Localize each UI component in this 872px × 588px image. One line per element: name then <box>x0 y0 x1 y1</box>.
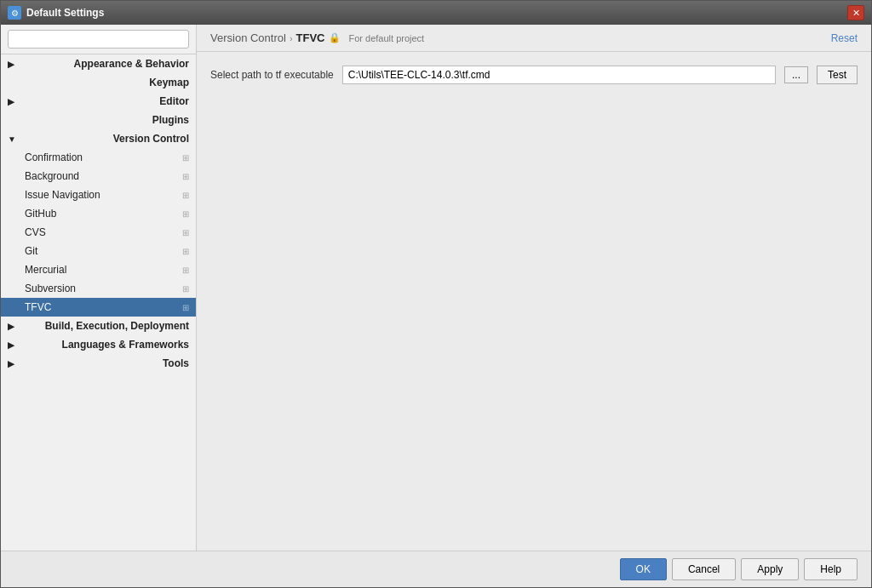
copy-icon: ⊞ <box>182 153 189 163</box>
lock-icon: 🔒 <box>329 32 341 43</box>
sidebar-item-label: Languages & Frameworks <box>62 339 189 351</box>
apply-button[interactable]: Apply <box>741 558 799 580</box>
arrow-icon: ▶ <box>8 340 14 350</box>
path-label: Select path to tf executable <box>210 69 334 81</box>
sidebar-item-plugins[interactable]: ▶Plugins <box>1 111 196 129</box>
window-icon: ⚙ <box>8 6 21 20</box>
breadcrumb: Version Control › TFVC 🔒 For default pro… <box>210 31 424 44</box>
title-bar: ⚙ Default Settings ✕ <box>1 1 871 25</box>
help-button[interactable]: Help <box>804 558 858 580</box>
sidebar-item-subversion[interactable]: Subversion⊞ <box>1 279 196 298</box>
for-default-text: For default project <box>349 33 425 43</box>
settings-window: ⚙ Default Settings ✕ ▶Appearance & Behav… <box>0 0 872 588</box>
sidebar-item-issue-navigation[interactable]: Issue Navigation⊞ <box>1 186 196 204</box>
breadcrumb-separator: › <box>290 33 293 43</box>
nav-list: ▶Appearance & Behavior▶Keymap▶Editor▶Plu… <box>1 54 196 373</box>
sidebar-item-label: Editor <box>159 95 189 107</box>
sidebar-item-label: Mercurial <box>25 264 66 276</box>
copy-icon: ⊞ <box>182 228 189 237</box>
ok-button[interactable]: OK <box>620 558 667 580</box>
sidebar-item-label: Tools <box>163 357 189 369</box>
copy-icon: ⊞ <box>182 265 189 275</box>
path-form-row: Select path to tf executable ... Test <box>210 66 858 84</box>
cancel-button[interactable]: Cancel <box>672 558 736 580</box>
sidebar-item-label: Issue Navigation <box>25 189 100 201</box>
arrow-icon: ▶ <box>8 97 14 106</box>
copy-icon: ⊞ <box>182 209 189 219</box>
main-header: Version Control › TFVC 🔒 For default pro… <box>197 25 871 52</box>
copy-icon: ⊞ <box>182 172 189 181</box>
sidebar-item-label: Subversion <box>25 283 76 294</box>
arrow-icon: ▶ <box>8 60 14 69</box>
content-area: ▶Appearance & Behavior▶Keymap▶Editor▶Plu… <box>1 25 871 551</box>
search-box <box>1 25 196 54</box>
arrow-icon: ▶ <box>8 322 14 331</box>
reset-button[interactable]: Reset <box>831 32 858 44</box>
browse-button[interactable]: ... <box>784 66 808 83</box>
copy-icon: ⊞ <box>182 247 189 256</box>
sidebar-item-label: Confirmation <box>25 151 83 163</box>
sidebar-item-tools[interactable]: ▶Tools <box>1 354 196 373</box>
title-bar-left: ⚙ Default Settings <box>8 6 104 20</box>
arrow-icon: ▼ <box>8 134 16 144</box>
path-input[interactable] <box>342 66 776 84</box>
arrow-icon: ▶ <box>8 359 14 368</box>
copy-icon: ⊞ <box>182 303 189 312</box>
sidebar-item-cvs[interactable]: CVS⊞ <box>1 223 196 242</box>
sidebar-item-appearance-behavior[interactable]: ▶Appearance & Behavior <box>1 54 196 73</box>
sidebar: ▶Appearance & Behavior▶Keymap▶Editor▶Plu… <box>1 25 197 551</box>
sidebar-item-label: Build, Execution, Deployment <box>45 320 189 332</box>
sidebar-item-label: Appearance & Behavior <box>74 58 189 70</box>
search-input[interactable] <box>8 30 189 49</box>
sidebar-item-label: GitHub <box>25 208 56 220</box>
copy-icon: ⊞ <box>182 284 189 294</box>
sidebar-item-git[interactable]: Git⊞ <box>1 242 196 260</box>
sidebar-item-tfvc[interactable]: TFVC⊞ <box>1 298 196 317</box>
sidebar-item-keymap[interactable]: ▶Keymap <box>1 73 196 92</box>
sidebar-item-label: CVS <box>25 226 46 238</box>
sidebar-item-version-control[interactable]: ▼Version Control <box>1 129 196 148</box>
sidebar-item-label: Background <box>25 170 79 182</box>
main-panel: Version Control › TFVC 🔒 For default pro… <box>197 25 871 551</box>
test-button[interactable]: Test <box>817 66 858 84</box>
sidebar-item-confirmation[interactable]: Confirmation⊞ <box>1 148 196 167</box>
window-title: Default Settings <box>26 7 104 19</box>
sidebar-item-label: TFVC <box>25 301 51 313</box>
footer: OK Cancel Apply Help <box>1 551 871 587</box>
breadcrumb-current: TFVC <box>296 31 325 44</box>
sidebar-item-editor[interactable]: ▶Editor <box>1 92 196 111</box>
sidebar-item-mercurial[interactable]: Mercurial⊞ <box>1 260 196 279</box>
sidebar-item-label: Version Control <box>113 133 189 145</box>
sidebar-item-label: Plugins <box>152 114 189 126</box>
main-content: Select path to tf executable ... Test <box>197 52 871 551</box>
sidebar-item-background[interactable]: Background⊞ <box>1 167 196 186</box>
sidebar-item-github[interactable]: GitHub⊞ <box>1 204 196 223</box>
close-button[interactable]: ✕ <box>847 5 864 20</box>
breadcrumb-parent: Version Control <box>210 31 286 44</box>
sidebar-item-build-execution-deployment[interactable]: ▶Build, Execution, Deployment <box>1 317 196 335</box>
copy-icon: ⊞ <box>182 191 189 200</box>
sidebar-item-label: Keymap <box>149 77 189 88</box>
sidebar-item-languages-frameworks[interactable]: ▶Languages & Frameworks <box>1 335 196 354</box>
sidebar-item-label: Git <box>25 245 37 257</box>
